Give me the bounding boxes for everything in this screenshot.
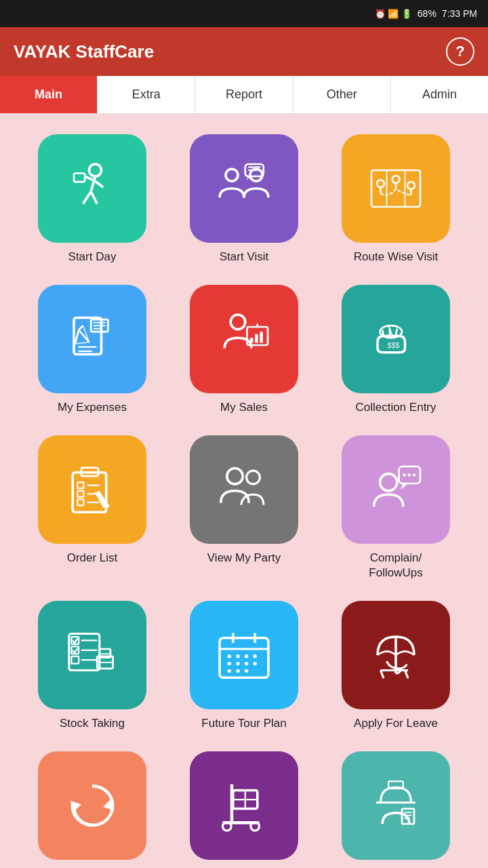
- svg-point-19: [407, 182, 415, 189]
- svg-point-87: [245, 669, 248, 673]
- svg-point-17: [392, 176, 400, 183]
- tab-extra[interactable]: Extra: [98, 76, 195, 113]
- svg-point-15: [377, 180, 384, 187]
- svg-rect-38: [260, 332, 263, 342]
- grid-item-route-wise-visit[interactable]: Route Wise Visit: [320, 127, 472, 271]
- help-icon: ?: [455, 43, 464, 60]
- svg-point-79: [245, 654, 248, 658]
- svg-line-91: [405, 671, 409, 679]
- status-icons: ⏰ 📶 🔋: [375, 9, 412, 19]
- my-sales-icon-box: [190, 285, 298, 393]
- svg-rect-47: [77, 482, 83, 488]
- header: VAYAK StaffCare ?: [0, 27, 488, 76]
- tab-admin[interactable]: Admin: [391, 76, 488, 113]
- grid-item-start-visit[interactable]: Start Visit: [168, 127, 320, 271]
- battery-percent: 68%: [418, 8, 436, 19]
- view-my-party-icon: [214, 459, 274, 520]
- future-tour-plan-icon: [214, 625, 274, 686]
- sync-icon: [62, 775, 123, 836]
- svg-point-56: [247, 471, 260, 484]
- sync-icon-box: [38, 751, 146, 860]
- grid-item-worker[interactable]: [320, 745, 472, 868]
- grid-item-start-day[interactable]: Start Day: [16, 127, 168, 271]
- grid-item-my-expenses[interactable]: My Expenses: [16, 278, 168, 422]
- route-wise-visit-label: Route Wise Visit: [354, 250, 438, 264]
- start-day-icon: [62, 158, 123, 219]
- svg-line-6: [96, 181, 104, 187]
- status-bar: ⏰ 📶 🔋 68% 7:33 PM: [0, 0, 488, 27]
- svg-point-78: [236, 654, 239, 658]
- svg-line-29: [75, 330, 79, 344]
- grid-item-my-sales[interactable]: My Sales: [168, 278, 320, 422]
- my-expenses-icon-box: [38, 285, 146, 393]
- apply-for-leave-icon: [365, 625, 426, 686]
- worker-icon-box: [342, 751, 450, 860]
- svg-point-55: [227, 469, 243, 484]
- grid-item-complain-followups[interactable]: Complain/FollowUps: [320, 429, 472, 587]
- route-wise-visit-icon: [365, 158, 426, 219]
- my-expenses-label: My Expenses: [58, 400, 127, 415]
- start-visit-icon: [214, 158, 274, 219]
- grid-item-future-tour-plan[interactable]: Future Tour Plan: [168, 594, 320, 738]
- collection-entry-icon: $$$: [365, 309, 426, 370]
- svg-line-2: [83, 192, 92, 204]
- order-list-icon: [62, 459, 123, 520]
- view-my-party-label: View My Party: [207, 551, 281, 566]
- svg-line-90: [381, 671, 384, 679]
- start-visit-label: Start Visit: [220, 250, 268, 264]
- stock-taking-label: Stock Taking: [60, 716, 125, 731]
- apply-for-leave-icon-box: [342, 601, 450, 709]
- delivery-icon: [214, 775, 274, 836]
- svg-point-57: [380, 474, 397, 491]
- order-list-icon-box: [38, 435, 146, 544]
- tab-main[interactable]: Main: [0, 76, 98, 113]
- grid-item-view-my-party[interactable]: View My Party: [168, 429, 320, 587]
- svg-rect-49: [77, 491, 83, 497]
- future-tour-plan-label: Future Tour Plan: [201, 716, 286, 731]
- clock: 7:33 PM: [442, 8, 477, 19]
- svg-point-7: [226, 169, 238, 181]
- start-day-label: Start Day: [68, 250, 117, 264]
- route-wise-visit-icon-box: [342, 134, 450, 243]
- delivery-icon-box: [190, 751, 298, 860]
- complain-followups-label: Complain/FollowUps: [369, 551, 422, 580]
- svg-rect-37: [255, 334, 258, 343]
- order-list-label: Order List: [67, 551, 118, 566]
- grid-item-delivery[interactable]: [168, 745, 320, 868]
- svg-line-30: [75, 342, 89, 344]
- svg-line-26: [79, 330, 89, 342]
- svg-point-77: [228, 654, 231, 658]
- svg-rect-36: [250, 338, 253, 342]
- svg-point-59: [403, 473, 406, 477]
- start-day-icon-box: [38, 134, 146, 243]
- complain-followups-icon: [365, 459, 426, 520]
- app-title: VAYAK StaffCare: [14, 41, 154, 62]
- stock-taking-icon: [62, 625, 123, 686]
- complain-followups-icon-box: [342, 435, 450, 544]
- tab-bar: Main Extra Report Other Admin: [0, 76, 488, 114]
- collection-entry-label: Collection Entry: [355, 400, 436, 415]
- grid-item-order-list[interactable]: Order List: [16, 429, 168, 587]
- my-sales-icon: [214, 309, 274, 370]
- tab-report[interactable]: Report: [195, 76, 293, 113]
- svg-point-61: [413, 473, 416, 477]
- grid-item-collection-entry[interactable]: $$$ Collection Entry: [320, 278, 472, 422]
- svg-point-85: [228, 669, 231, 673]
- svg-text:$$$: $$$: [387, 341, 399, 349]
- help-button[interactable]: ?: [446, 37, 474, 66]
- svg-line-41: [396, 329, 397, 336]
- grid-item-stock-taking[interactable]: Stock Taking: [16, 594, 168, 738]
- start-visit-icon-box: [190, 134, 298, 243]
- svg-point-82: [236, 662, 239, 665]
- my-expenses-icon: [62, 309, 123, 370]
- stock-taking-icon-box: [38, 601, 146, 709]
- svg-point-86: [236, 669, 239, 673]
- svg-line-27: [79, 326, 83, 330]
- svg-line-3: [91, 192, 97, 204]
- tab-other[interactable]: Other: [293, 76, 391, 113]
- svg-rect-73: [220, 638, 268, 678]
- svg-point-81: [228, 662, 231, 665]
- grid-item-apply-for-leave[interactable]: Apply For Leave: [320, 594, 472, 738]
- grid-item-sync[interactable]: [16, 745, 168, 868]
- apply-for-leave-label: Apply For Leave: [354, 716, 438, 731]
